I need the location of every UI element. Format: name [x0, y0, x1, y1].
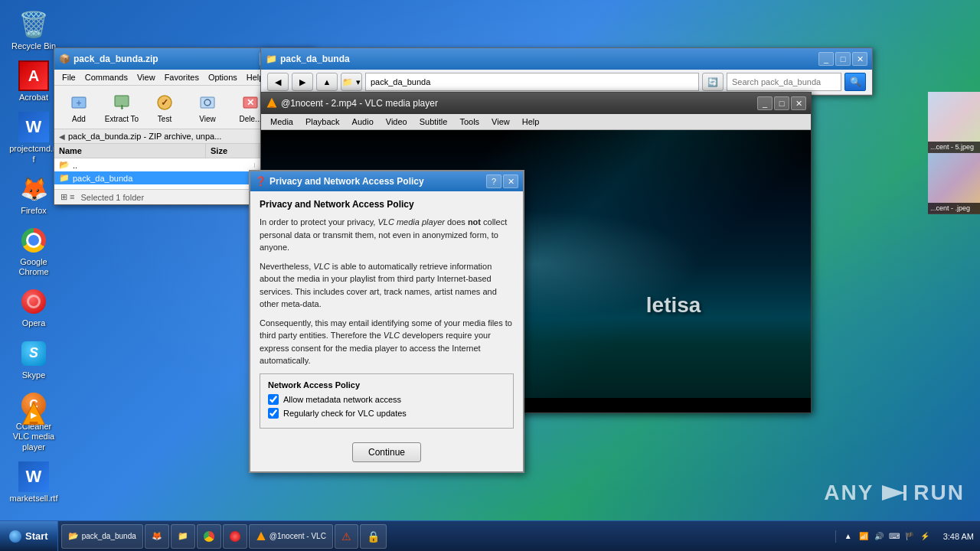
- firefox-label: Firefox: [21, 206, 47, 216]
- vlc-close-btn[interactable]: ✕: [791, 96, 806, 110]
- taskbar-item-opera[interactable]: [223, 524, 247, 549]
- fm-address-bar[interactable]: pack_da_bunda: [365, 73, 699, 91]
- clock-time: 3:48 AM: [943, 532, 974, 541]
- taskbar-item-firefox[interactable]: 🦊: [145, 524, 169, 549]
- thumb-label-1: ...cent - 5.jpeg: [928, 142, 980, 152]
- fm-maximize-btn[interactable]: □: [835, 52, 851, 66]
- explorer-menu-file[interactable]: File: [57, 71, 80, 83]
- taskbar-folder2-icon: 📁: [178, 531, 188, 541]
- svg-text:✓: ✓: [161, 97, 168, 108]
- explorer-menu-view[interactable]: View: [132, 71, 160, 83]
- bottom-left-icons: ▶ VLC media player W marketsell.rtf: [0, 390, 67, 513]
- tray-keyboard-icon: ⌨: [888, 530, 900, 543]
- col-size[interactable]: Size: [206, 144, 260, 158]
- fm-minimize-btn[interactable]: _: [818, 52, 834, 66]
- continue-button[interactable]: Continue: [352, 442, 421, 462]
- taskbar-item-chrome[interactable]: [197, 524, 221, 549]
- folder-icon: 📁: [59, 173, 70, 183]
- fm-close-btn[interactable]: ✕: [852, 52, 867, 66]
- thumb-item-1[interactable]: ...cent - 5.jpeg: [928, 92, 980, 153]
- taskbar-avast-icon: ⚠: [341, 530, 351, 543]
- file-manager-title: 📁 pack_da_bunda: [266, 54, 350, 64]
- vlc-icon-item[interactable]: ▶ VLC media player: [6, 396, 61, 455]
- chrome-icon-item[interactable]: Google Chrome: [6, 222, 61, 280]
- taskbar-norton-icon: 🔒: [367, 530, 380, 543]
- dialog-help-btn[interactable]: ?: [486, 174, 501, 188]
- marketsell-icon-item[interactable]: W marketsell.rtf: [6, 458, 61, 507]
- dialog-controls: ? ✕: [486, 174, 518, 188]
- question-icon: ❓: [255, 176, 266, 187]
- vlc-menu-view[interactable]: View: [485, 116, 516, 128]
- view-icon: [197, 92, 218, 113]
- vlc-menu-help[interactable]: Help: [516, 116, 546, 128]
- taskbar-firefox-icon: 🦊: [152, 531, 162, 541]
- toolbar-extract-btn[interactable]: ⬇ Extract To: [102, 89, 142, 126]
- fm-forward-btn[interactable]: ▶: [292, 73, 313, 91]
- fm-folder-btn: 📁 ▾: [341, 73, 362, 91]
- vlc-menu-playback[interactable]: Playback: [299, 116, 346, 128]
- system-clock[interactable]: 3:48 AM: [937, 532, 980, 541]
- privacy-dialog: ❓ Privacy and Network Access Policy ? ✕ …: [249, 170, 524, 473]
- vlc-maximize-btn[interactable]: □: [774, 96, 789, 110]
- explorer-title-text: 📦 pack_da_bunda.zip: [59, 54, 158, 64]
- tray-volume-icon[interactable]: 🔊: [873, 530, 885, 543]
- vlc-title-text: @1nocent - 2.mp4 - VLC media player: [266, 97, 438, 109]
- toolbar-test-btn[interactable]: ✓ Test: [145, 89, 185, 126]
- vlc-menu-subtitle[interactable]: Subtitle: [413, 116, 454, 128]
- back-arrow: ◀: [59, 132, 65, 141]
- taskbar-item-avast[interactable]: ⚠: [335, 524, 358, 549]
- tray-flag-icon: 🏴: [903, 530, 916, 543]
- vlc-menu-tools[interactable]: Tools: [453, 116, 485, 128]
- marketsell-icon: W: [18, 461, 49, 492]
- checkbox-updates-row: Regularly check for VLC updates: [268, 408, 505, 419]
- vlc-menu-video[interactable]: Video: [380, 116, 413, 128]
- vlc-label: VLC media player: [9, 432, 58, 452]
- zip-icon: 📦: [59, 54, 70, 64]
- explorer-menu-commands[interactable]: Commands: [80, 71, 132, 83]
- opera-icon-item[interactable]: Opera: [6, 283, 61, 331]
- svg-rect-9: [201, 97, 214, 108]
- fm-search-input[interactable]: [727, 73, 841, 91]
- metadata-checkbox[interactable]: [268, 394, 279, 405]
- explorer-menu-options[interactable]: Options: [204, 71, 242, 83]
- status-text: Selected 1 folder: [80, 193, 144, 202]
- taskbar-item-folder[interactable]: 📁: [171, 524, 195, 549]
- start-orb: [9, 530, 21, 543]
- svg-text:▶: ▶: [31, 411, 38, 419]
- updates-checkbox[interactable]: [268, 408, 279, 419]
- taskbar-explorer-label: pack_da_bunda: [82, 532, 136, 540]
- recycle-bin-label: Recycle Bin: [11, 41, 56, 51]
- thumbnail-preview-panel: ...cent - 5.jpeg ...cent - .jpeg: [928, 92, 980, 214]
- add-icon: +: [68, 92, 90, 113]
- vlc-menu-media[interactable]: Media: [264, 116, 299, 128]
- taskbar-item-vlc[interactable]: @1nocent - VLC: [249, 524, 333, 549]
- fm-back-btn[interactable]: ◀: [267, 73, 289, 91]
- fm-up-btn[interactable]: ▲: [316, 73, 338, 91]
- explorer-menu-favorites[interactable]: Favorites: [160, 71, 204, 83]
- word-doc-icon: W: [18, 112, 49, 142]
- vlc-minimize-btn[interactable]: _: [757, 96, 773, 110]
- thumb-item-2[interactable]: ...cent - .jpeg: [928, 153, 980, 214]
- start-button[interactable]: Start: [0, 521, 58, 551]
- taskbar-opera-icon: [230, 531, 240, 542]
- vlc-menu-audio[interactable]: Audio: [346, 116, 380, 128]
- toolbar-add-btn[interactable]: + Add: [59, 89, 99, 126]
- tray-power-icon[interactable]: ⚡: [919, 530, 931, 543]
- desktop: 🗑️ Recycle Bin A Acrobat W projectcmd.rt…: [0, 0, 980, 551]
- dialog-footer: Continue: [250, 436, 523, 471]
- tray-network-icon[interactable]: 📶: [858, 530, 870, 543]
- fm-search-button[interactable]: 🔍: [844, 73, 866, 91]
- metadata-checkbox-label: Allow metadata network access: [283, 395, 401, 404]
- col-name[interactable]: Name: [54, 144, 206, 158]
- toolbar-view-btn[interactable]: View: [188, 89, 227, 126]
- taskbar-item-explorer[interactable]: 📂 pack_da_bunda: [61, 524, 143, 549]
- taskbar-item-norton[interactable]: 🔒: [360, 524, 387, 549]
- dialog-paragraph-1: In order to protect your privacy, VLC me…: [260, 216, 514, 254]
- dialog-close-btn[interactable]: ✕: [503, 174, 518, 188]
- anyrun-text2: RUN: [913, 481, 965, 505]
- fm-refresh-btn[interactable]: 🔄: [702, 73, 724, 91]
- network-access-section: Network Access Policy Allow metadata net…: [260, 373, 514, 429]
- tray-arrow-icon[interactable]: ▲: [842, 530, 854, 543]
- skype-icon-item[interactable]: S Skype: [6, 335, 61, 383]
- folder-icon: 📁: [266, 54, 277, 64]
